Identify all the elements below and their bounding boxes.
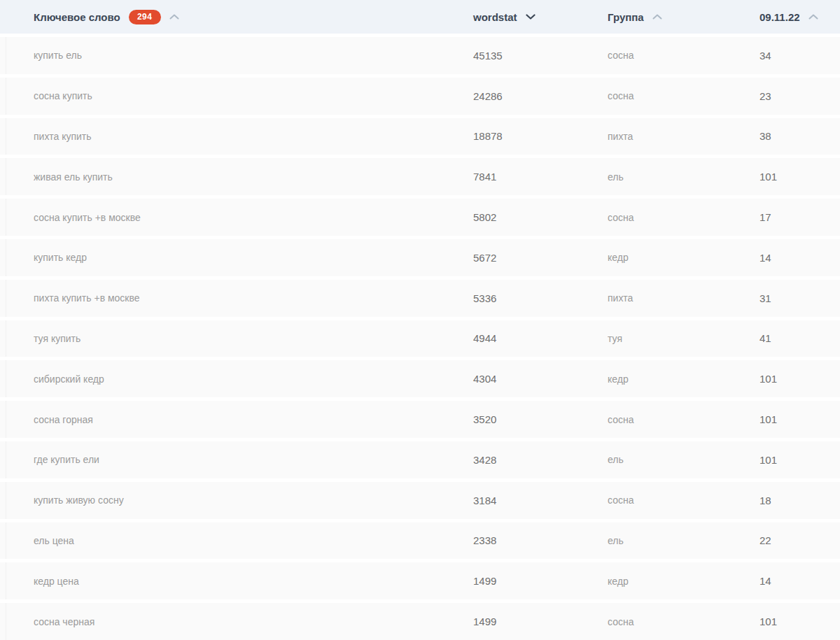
- group-cell: кедр: [608, 576, 760, 587]
- wordstat-cell: 18878: [473, 130, 608, 142]
- column-header-keyword-label: Ключевое слово: [34, 11, 120, 23]
- wordstat-cell: 4944: [473, 332, 608, 344]
- wordstat-cell: 24286: [473, 90, 608, 102]
- column-header-date-label: 09.11.22: [760, 11, 800, 23]
- group-cell: кедр: [608, 374, 760, 385]
- keyword-cell: кедр цена: [34, 576, 473, 587]
- wordstat-cell: 2338: [473, 534, 608, 546]
- group-cell: ель: [608, 454, 760, 465]
- keyword-cell: купить живую сосну: [34, 495, 473, 506]
- wordstat-cell: 3428: [473, 454, 608, 466]
- date-cell: 34: [760, 50, 840, 62]
- group-cell: сосна: [608, 495, 760, 506]
- date-cell: 17: [760, 211, 840, 223]
- table-row[interactable]: туя купить 4944 туя 41: [0, 317, 840, 357]
- keyword-cell: купить кедр: [34, 252, 473, 263]
- group-cell: пихта: [608, 292, 760, 304]
- table-row[interactable]: купить кедр 5672 кедр 14: [0, 236, 840, 276]
- keyword-cell: купить ель: [34, 50, 473, 61]
- keyword-cell: где купить ели: [34, 454, 473, 465]
- sort-asc-icon: [169, 14, 179, 20]
- date-cell: 38: [760, 130, 840, 142]
- wordstat-cell: 4304: [473, 373, 608, 385]
- column-header-group[interactable]: Группа: [608, 11, 760, 23]
- group-cell: сосна: [608, 50, 760, 61]
- keyword-cell: пихта купить +в москве: [34, 292, 473, 304]
- keyword-cell: туя купить: [34, 333, 473, 344]
- keyword-count-badge: 294: [129, 10, 161, 24]
- date-cell: 14: [760, 252, 840, 264]
- table-header-row: Ключевое слово 294 wordstat Группа 09.11…: [0, 0, 840, 34]
- table-row[interactable]: купить ель 45135 сосна 34: [0, 34, 840, 74]
- keyword-cell: сибирский кедр: [34, 374, 473, 385]
- table-row[interactable]: сосна купить +в москве 5802 сосна 17: [0, 195, 840, 236]
- column-header-wordstat[interactable]: wordstat: [473, 11, 608, 23]
- date-cell: 18: [760, 495, 840, 506]
- group-cell: пихта: [608, 131, 760, 142]
- keyword-cell: сосна купить: [34, 90, 473, 101]
- table-row[interactable]: ель цена 2338 ель 22: [0, 519, 840, 560]
- group-cell: сосна: [608, 414, 760, 425]
- group-cell: ель: [608, 535, 760, 546]
- date-cell: 101: [760, 616, 840, 627]
- table-row[interactable]: пихта купить 18878 пихта 38: [0, 115, 840, 155]
- wordstat-cell: 3520: [473, 413, 608, 425]
- sort-asc-icon: [808, 14, 818, 20]
- group-cell: кедр: [608, 252, 760, 263]
- column-header-keyword[interactable]: Ключевое слово 294: [34, 10, 473, 24]
- wordstat-cell: 1499: [473, 616, 608, 627]
- column-header-date[interactable]: 09.11.22: [760, 11, 840, 23]
- date-cell: 41: [760, 332, 840, 344]
- wordstat-cell: 5672: [473, 252, 608, 264]
- wordstat-cell: 45135: [473, 50, 608, 62]
- table-row[interactable]: сосна горная 3520 сосна 101: [0, 397, 840, 438]
- date-cell: 23: [760, 90, 840, 102]
- keyword-cell: ель цена: [34, 535, 473, 546]
- date-cell: 101: [760, 373, 840, 385]
- table-row[interactable]: где купить ели 3428 ель 101: [0, 438, 840, 478]
- table-row[interactable]: сибирский кедр 4304 кедр 101: [0, 357, 840, 397]
- keywords-table: Ключевое слово 294 wordstat Группа 09.11…: [0, 0, 840, 640]
- table-row[interactable]: купить живую сосну 3184 сосна 18: [0, 478, 840, 519]
- wordstat-cell: 5336: [473, 292, 608, 304]
- column-header-group-label: Группа: [608, 11, 644, 23]
- group-cell: сосна: [608, 90, 760, 101]
- wordstat-cell: 1499: [473, 575, 608, 587]
- keyword-cell: пихта купить: [34, 131, 473, 142]
- date-cell: 101: [760, 413, 840, 425]
- date-cell: 101: [760, 171, 840, 183]
- sort-asc-icon: [652, 14, 662, 20]
- wordstat-cell: 3184: [473, 495, 608, 506]
- table-row[interactable]: кедр цена 1499 кедр 14: [0, 559, 840, 599]
- table-row[interactable]: живая ель купить 7841 ель 101: [0, 155, 840, 195]
- group-cell: туя: [608, 333, 760, 344]
- group-cell: ель: [608, 171, 760, 183]
- wordstat-cell: 5802: [473, 211, 608, 223]
- date-cell: 14: [760, 575, 840, 587]
- table-row[interactable]: сосна черная 1499 сосна 101: [0, 599, 840, 640]
- wordstat-cell: 7841: [473, 171, 608, 183]
- keyword-cell: сосна купить +в москве: [34, 212, 473, 223]
- table-row[interactable]: сосна купить 24286 сосна 23: [0, 74, 840, 115]
- table-body: купить ель 45135 сосна 34 сосна купить 2…: [0, 34, 840, 640]
- keyword-cell: сосна черная: [34, 616, 473, 627]
- date-cell: 31: [760, 292, 840, 304]
- date-cell: 101: [760, 454, 840, 466]
- group-cell: сосна: [608, 616, 760, 627]
- column-header-wordstat-label: wordstat: [473, 11, 517, 23]
- date-cell: 22: [760, 534, 840, 546]
- group-cell: сосна: [608, 212, 760, 223]
- keyword-cell: сосна горная: [34, 414, 473, 425]
- keyword-cell: живая ель купить: [34, 171, 473, 183]
- table-row[interactable]: пихта купить +в москве 5336 пихта 31: [0, 276, 840, 317]
- sort-desc-icon: [526, 14, 536, 20]
